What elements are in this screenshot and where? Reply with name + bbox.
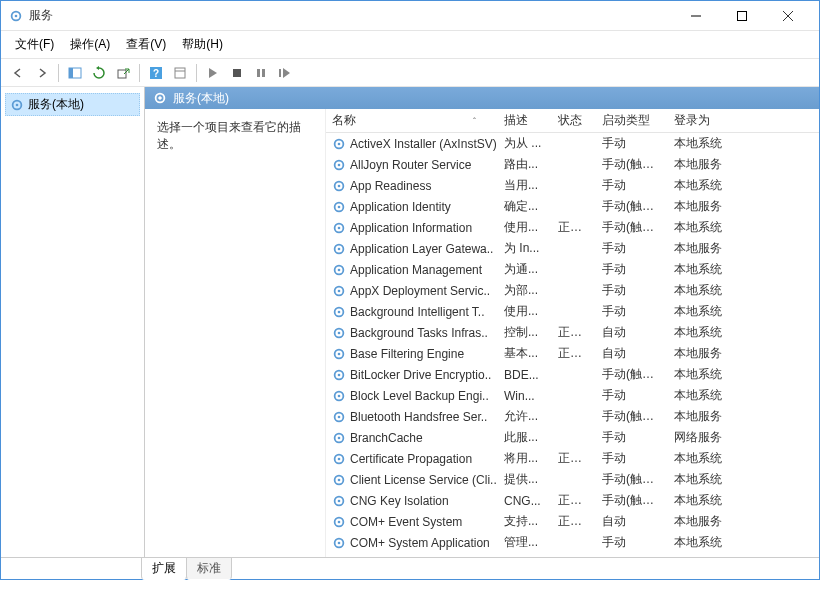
svg-point-23 — [338, 184, 341, 187]
menu-action[interactable]: 操作(A) — [62, 33, 118, 56]
column-status[interactable]: 状态 — [552, 109, 596, 133]
svg-point-27 — [338, 226, 341, 229]
service-name-label: CNG Key Isolation — [350, 494, 449, 508]
content-pane: 服务(本地) 选择一个项目来查看它的描述。 名称ˆ 描述 状态 启动类型 登录为… — [145, 87, 819, 557]
service-name-label: AllJoyn Router Service — [350, 158, 471, 172]
nav-tree[interactable]: 服务(本地) — [1, 87, 145, 557]
cell-status: 正在... — [552, 215, 596, 240]
menubar: 文件(F) 操作(A) 查看(V) 帮助(H) — [1, 31, 819, 59]
gear-icon — [332, 473, 346, 487]
service-row[interactable]: ActiveX Installer (AxInstSV)为从 ...手动本地系统 — [326, 133, 819, 154]
svg-point-1 — [15, 14, 18, 17]
column-desc[interactable]: 描述 — [498, 109, 552, 133]
titlebar[interactable]: 服务 — [1, 1, 819, 31]
service-name-label: COM+ System Application — [350, 536, 490, 550]
refresh-button[interactable] — [88, 62, 110, 84]
cell-name: Application Identity — [326, 196, 498, 218]
cell-name: Block Level Backup Engi.. — [326, 385, 498, 407]
close-button[interactable] — [765, 1, 811, 31]
service-row[interactable]: CNG Key IsolationCNG...正在...手动(触发...本地系统 — [326, 490, 819, 511]
svg-point-17 — [159, 97, 162, 100]
service-row[interactable]: Application Layer Gatewa..为 In...手动本地服务 — [326, 238, 819, 259]
service-row[interactable]: Block Level Backup Engi..Win...手动本地系统 — [326, 385, 819, 406]
gear-icon — [332, 305, 346, 319]
column-logon[interactable]: 登录为 — [668, 109, 732, 133]
service-row[interactable]: Bluetooth Handsfree Ser..允许...手动(触发...本地… — [326, 406, 819, 427]
service-row[interactable]: Application Identity确定...手动(触发...本地服务 — [326, 196, 819, 217]
service-name-label: Base Filtering Engine — [350, 347, 464, 361]
svg-point-31 — [338, 268, 341, 271]
service-name-label: COM+ Event System — [350, 515, 462, 529]
stop-service-button[interactable] — [226, 62, 248, 84]
show-hide-tree-button[interactable] — [64, 62, 86, 84]
cell-status — [552, 539, 596, 547]
cell-status — [552, 392, 596, 400]
service-row[interactable]: App Readiness当用...手动本地系统 — [326, 175, 819, 196]
menu-file[interactable]: 文件(F) — [7, 33, 62, 56]
gear-icon — [332, 242, 346, 256]
cell-name: Bluetooth Handsfree Ser.. — [326, 406, 498, 428]
forward-button[interactable] — [31, 62, 53, 84]
column-startup[interactable]: 启动类型 — [596, 109, 668, 133]
service-row[interactable]: BranchCache此服...手动网络服务 — [326, 427, 819, 448]
service-row[interactable]: AllJoyn Router Service路由...手动(触发...本地服务 — [326, 154, 819, 175]
menu-help[interactable]: 帮助(H) — [174, 33, 231, 56]
gear-icon — [332, 515, 346, 529]
service-row[interactable]: AppX Deployment Servic..为部...手动本地系统 — [326, 280, 819, 301]
service-name-label: Application Information — [350, 221, 472, 235]
cell-name: BranchCache — [326, 427, 498, 449]
cell-name: Application Information — [326, 217, 498, 239]
service-row[interactable]: Background Tasks Infras..控制...正在...自动本地系… — [326, 322, 819, 343]
gear-icon — [332, 347, 346, 361]
service-row[interactable]: Application Management为通...手动本地系统 — [326, 259, 819, 280]
export-button[interactable] — [112, 62, 134, 84]
toolbar-separator — [139, 64, 140, 82]
service-name-label: Application Management — [350, 263, 482, 277]
gear-icon — [332, 221, 346, 235]
properties-button[interactable] — [169, 62, 191, 84]
cell-name: Client License Service (Cli.. — [326, 469, 498, 491]
svg-point-33 — [338, 289, 341, 292]
service-row[interactable]: Client License Service (Cli..提供...手动(触发.… — [326, 469, 819, 490]
tab-standard[interactable]: 标准 — [186, 558, 232, 580]
service-row[interactable]: BitLocker Drive Encryptio..BDE...手动(触发..… — [326, 364, 819, 385]
svg-point-19 — [338, 142, 341, 145]
cell-name: COM+ System Application — [326, 532, 498, 554]
tab-extended[interactable]: 扩展 — [141, 558, 187, 580]
cell-status — [552, 182, 596, 190]
pause-service-button[interactable] — [250, 62, 272, 84]
column-name[interactable]: 名称ˆ — [326, 109, 498, 133]
gear-icon — [153, 91, 167, 105]
restart-service-button[interactable] — [274, 62, 296, 84]
svg-rect-2 — [738, 11, 747, 20]
service-row[interactable]: Application Information使用...正在...手动(触发..… — [326, 217, 819, 238]
gear-icon — [332, 158, 346, 172]
service-name-label: Background Intelligent T.. — [350, 305, 485, 319]
service-list[interactable]: 名称ˆ 描述 状态 启动类型 登录为 ActiveX Installer (Ax… — [325, 109, 819, 557]
service-row[interactable]: COM+ System Application管理...手动本地系统 — [326, 532, 819, 553]
sort-indicator-icon: ˆ — [473, 116, 476, 126]
nav-root-item[interactable]: 服务(本地) — [5, 93, 140, 116]
view-tabs: 扩展 标准 — [1, 557, 819, 579]
cell-name: Background Tasks Infras.. — [326, 322, 498, 344]
service-row[interactable]: Certificate Propagation将用...正在...手动本地系统 — [326, 448, 819, 469]
cell-status: 正在... — [552, 341, 596, 366]
back-button[interactable] — [7, 62, 29, 84]
service-row[interactable]: Background Intelligent T..使用...手动本地系统 — [326, 301, 819, 322]
svg-point-45 — [338, 415, 341, 418]
split-view: 选择一个项目来查看它的描述。 名称ˆ 描述 状态 启动类型 登录为 Active… — [145, 109, 819, 557]
maximize-button[interactable] — [719, 1, 765, 31]
svg-point-21 — [338, 163, 341, 166]
minimize-button[interactable] — [673, 1, 719, 31]
service-row[interactable]: COM+ Event System支持...正在...自动本地服务 — [326, 511, 819, 532]
service-row[interactable]: Base Filtering Engine基本...正在...自动本地服务 — [326, 343, 819, 364]
start-service-button[interactable] — [202, 62, 224, 84]
list-body: ActiveX Installer (AxInstSV)为从 ...手动本地系统… — [326, 133, 819, 553]
menu-view[interactable]: 查看(V) — [118, 33, 174, 56]
service-name-label: Application Identity — [350, 200, 451, 214]
cell-status — [552, 287, 596, 295]
toolbar: ? — [1, 59, 819, 87]
service-name-label: Client License Service (Cli.. — [350, 473, 497, 487]
help-button[interactable]: ? — [145, 62, 167, 84]
svg-point-51 — [338, 478, 341, 481]
